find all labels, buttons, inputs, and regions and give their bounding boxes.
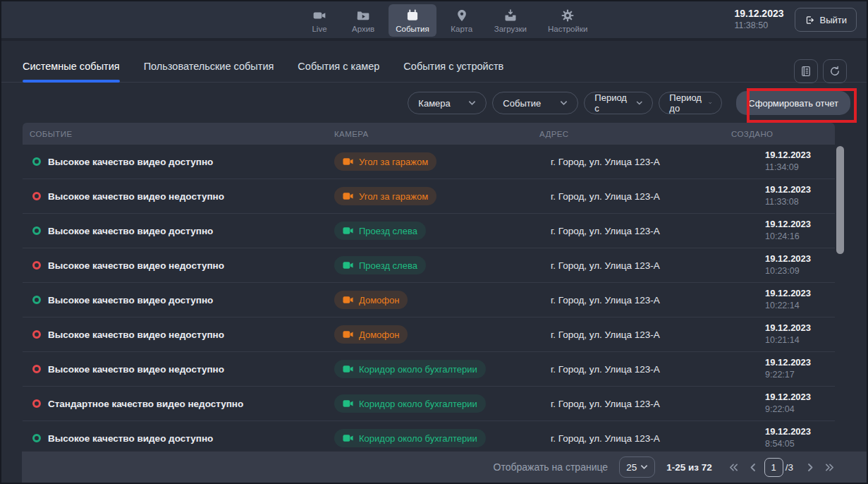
camera-badge[interactable]: Угол за гаражом: [334, 152, 436, 171]
double-chevron-right-icon: [825, 463, 834, 472]
per-page-label: Отображать на странице: [494, 461, 609, 473]
tab-camera-events[interactable]: События с камер: [298, 61, 379, 82]
created-date: 19.12.2023: [765, 357, 835, 369]
camera-badge[interactable]: Проезд слева: [334, 222, 426, 240]
chevron-left-icon: [750, 463, 756, 472]
journal-button[interactable]: [794, 59, 818, 83]
created-time: 10:21:14: [765, 334, 835, 346]
event-label: Высокое качество видео недоступно: [48, 329, 224, 340]
chevron-right-icon: [807, 463, 814, 472]
table-row[interactable]: Высокое качество видео недоступноДомофон…: [23, 317, 835, 352]
table-row[interactable]: Высокое качество видео недоступноУгол за…: [23, 179, 835, 214]
filter-camera[interactable]: Камера: [408, 92, 487, 114]
created-cell: 19.12.202310:24:16: [731, 219, 835, 242]
created-time: 10:22:14: [765, 300, 835, 311]
nav-item-archive[interactable]: Архив: [345, 4, 381, 37]
camera-cell: Коридор около бухгалтерии: [334, 429, 539, 447]
filter-label: Период с: [594, 92, 628, 114]
created-cell: 19.12.202310:23:09: [731, 253, 835, 277]
refresh-button[interactable]: [823, 59, 847, 83]
page-size-value: 25: [626, 462, 637, 473]
events-icon: [405, 8, 420, 23]
last-page-button[interactable]: [822, 460, 837, 475]
camera-badge[interactable]: Домофон: [334, 291, 408, 309]
tab-system-events[interactable]: Системные события: [23, 61, 120, 82]
tab-user-events[interactable]: Пользовательские события: [144, 61, 274, 82]
camera-name: Проезд слева: [359, 260, 417, 271]
logout-button[interactable]: Выйти: [795, 8, 857, 32]
page-size-select[interactable]: 25: [619, 456, 655, 478]
event-label: Стандартное качество видео недоступно: [48, 399, 243, 409]
table-row[interactable]: Высокое качество видео доступноУгол за г…: [23, 145, 835, 179]
filter-label: Период до: [669, 92, 702, 114]
table-row[interactable]: Высокое качество видео недоступноПроезд …: [23, 248, 835, 283]
tab-device-events[interactable]: События с устройств: [403, 61, 503, 82]
journal-icon: [800, 65, 812, 78]
nav-item-settings[interactable]: Настройки: [541, 4, 594, 37]
generate-report-button[interactable]: Сформировать отчет: [736, 91, 850, 115]
map-pin-icon: [455, 8, 469, 23]
total-pages-label: /3: [786, 462, 793, 473]
table-row[interactable]: Стандартное качество видео недоступноКор…: [23, 387, 835, 421]
main-nav: Live Архив События Карта Загрузки Настро…: [301, 1, 594, 38]
col-header-camera: КАМЕРА: [334, 130, 539, 138]
camera-badge[interactable]: Угол за гаражом: [334, 187, 436, 205]
tab-tools: [794, 59, 847, 83]
event-label: Высокое качество видео доступно: [48, 157, 213, 167]
chevron-down-icon: [560, 100, 568, 106]
table-row[interactable]: Высокое качество видео доступноДомофонг.…: [23, 283, 835, 317]
event-cell: Высокое качество видео доступно: [23, 226, 334, 236]
first-page-button[interactable]: [726, 460, 741, 475]
camera-icon: [343, 157, 353, 166]
event-label: Высокое качество видео недоступно: [48, 364, 224, 375]
vertical-scrollbar[interactable]: [836, 146, 844, 254]
next-page-button[interactable]: [805, 460, 817, 475]
camera-badge[interactable]: Проезд слева: [334, 256, 426, 274]
chevron-down-icon: [636, 100, 643, 106]
created-time: 11:34:09: [765, 162, 835, 173]
status-ok-icon: [32, 226, 41, 235]
event-cell: Высокое качество видео недоступно: [23, 191, 334, 202]
event-cell: Стандартное качество видео недоступно: [23, 399, 334, 409]
nav-item-events[interactable]: События: [389, 4, 436, 37]
camera-name: Коридор около бухгалтерии: [359, 399, 477, 409]
table-row[interactable]: Высокое качество видео недоступноКоридор…: [23, 352, 835, 387]
filter-event[interactable]: Событие: [492, 92, 578, 114]
camera-name: Домофон: [359, 329, 399, 340]
status-error-icon: [32, 330, 41, 339]
created-time: 11:33:08: [765, 196, 835, 207]
address-cell: г. Город, ул. Улица 123-А: [539, 295, 731, 305]
camera-badge[interactable]: Коридор около бухгалтерии: [334, 394, 486, 413]
filter-period-from[interactable]: Период с: [584, 92, 653, 114]
event-label: Высокое качество видео доступно: [48, 226, 213, 236]
nav-item-map[interactable]: Карта: [444, 4, 480, 37]
nav-item-downloads[interactable]: Загрузки: [487, 4, 534, 37]
address-cell: г. Город, ул. Улица 123-А: [539, 364, 731, 375]
table-row[interactable]: Высокое качество видео доступноПроезд сл…: [23, 214, 835, 248]
current-page-input[interactable]: 1: [764, 458, 783, 477]
camera-cell: Угол за гаражом: [334, 152, 539, 171]
created-date: 19.12.2023: [765, 392, 835, 404]
created-date: 19.12.2023: [765, 322, 835, 334]
camera-badge[interactable]: Коридор около бухгалтерии: [334, 429, 486, 447]
camera-icon: [343, 365, 353, 373]
camera-badge[interactable]: Домофон: [334, 325, 408, 344]
nav-item-live[interactable]: Live: [301, 4, 338, 37]
camera-icon: [343, 192, 353, 200]
camera-icon: [343, 434, 353, 442]
camera-cell: Домофон: [334, 291, 539, 309]
created-date: 19.12.2023: [765, 150, 835, 162]
created-cell: 19.12.202310:21:14: [731, 322, 835, 346]
event-cell: Высокое качество видео доступно: [23, 295, 334, 305]
camera-icon: [343, 296, 353, 304]
camera-badge[interactable]: Коридор около бухгалтерии: [334, 360, 486, 378]
col-header-address: АДРЕС: [539, 130, 731, 138]
event-label: Высокое качество видео недоступно: [48, 260, 224, 271]
camera-cell: Коридор около бухгалтерии: [334, 360, 539, 378]
prev-page-button[interactable]: [747, 460, 759, 475]
filter-period-to[interactable]: Период до: [659, 92, 722, 114]
logout-label: Выйти: [820, 15, 848, 25]
nav-label: Настройки: [548, 25, 587, 33]
status-error-icon: [32, 399, 41, 408]
tabs-bar: Системные события Пользовательские событ…: [1, 41, 867, 83]
